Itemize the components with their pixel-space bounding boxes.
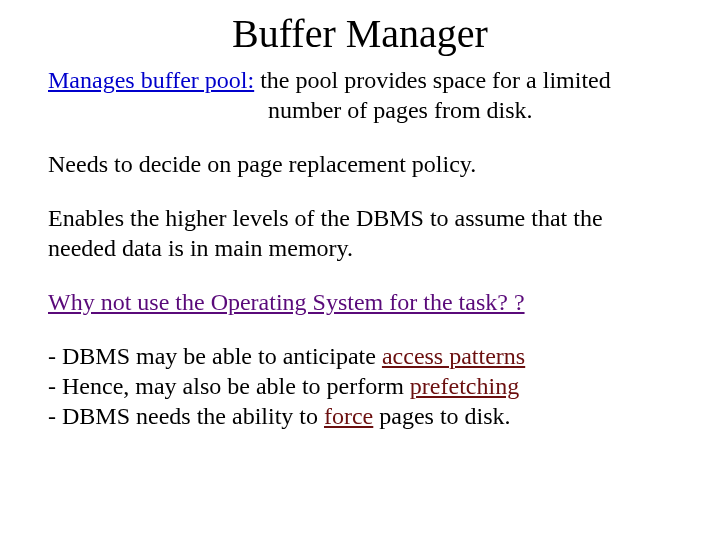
text-fragment: pages to disk. bbox=[373, 403, 510, 429]
link-why-not-os[interactable]: Why not use the Operating System for the… bbox=[48, 289, 525, 315]
bullet-access-patterns: - DBMS may be able to anticipate access … bbox=[48, 341, 672, 371]
link-access-patterns[interactable]: access patterns bbox=[382, 343, 525, 369]
link-manages-buffer-pool[interactable]: Manages buffer pool: bbox=[48, 67, 254, 93]
bullet-force-pages: - DBMS needs the ability to force pages … bbox=[48, 401, 672, 431]
text-fragment: - Hence, may also be able to perform bbox=[48, 373, 410, 399]
paragraph-replacement-policy: Needs to decide on page replacement poli… bbox=[48, 149, 672, 179]
slide-title: Buffer Manager bbox=[48, 10, 672, 57]
paragraph-why-not-os: Why not use the Operating System for the… bbox=[48, 287, 672, 317]
slide: Buffer Manager Manages buffer pool: the … bbox=[0, 0, 720, 540]
slide-body: Manages buffer pool: the pool provides s… bbox=[48, 65, 672, 431]
link-prefetching[interactable]: prefetching bbox=[410, 373, 519, 399]
link-force[interactable]: force bbox=[324, 403, 373, 429]
text-fragment: - DBMS needs the ability to bbox=[48, 403, 324, 429]
bullet-list: - DBMS may be able to anticipate access … bbox=[48, 341, 672, 431]
text-fragment: number of pages from disk. bbox=[48, 95, 672, 125]
bullet-prefetching: - Hence, may also be able to perform pre… bbox=[48, 371, 672, 401]
paragraph-higher-levels: Enables the higher levels of the DBMS to… bbox=[48, 203, 672, 263]
paragraph-buffer-pool: Manages buffer pool: the pool provides s… bbox=[48, 65, 672, 125]
text-fragment: the pool provides space for a limited bbox=[254, 67, 611, 93]
text-fragment: - DBMS may be able to anticipate bbox=[48, 343, 382, 369]
